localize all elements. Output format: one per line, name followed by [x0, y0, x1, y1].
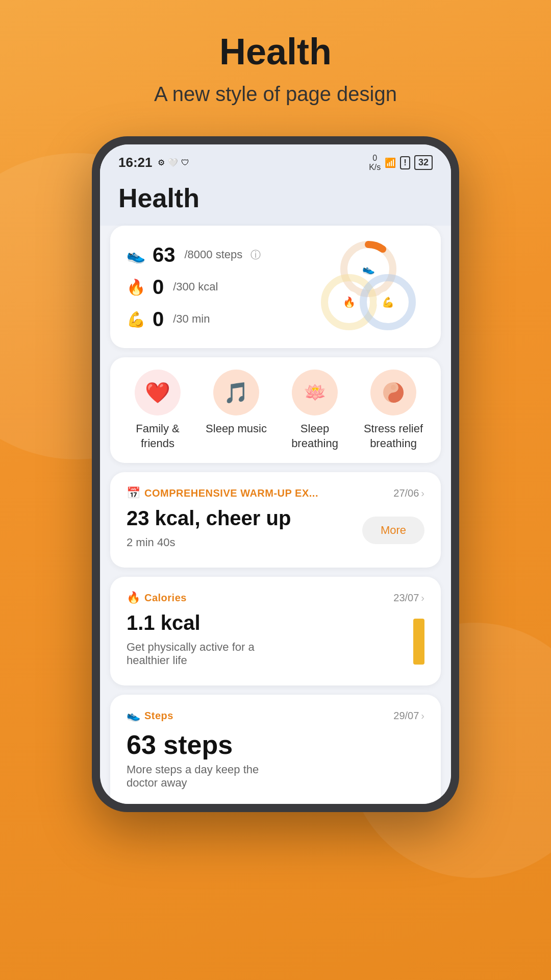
calories-tag-icon: 🔥 [127, 591, 140, 604]
calories-description: Get physically active for ahealthier lif… [127, 641, 255, 667]
family-label: Family &friends [136, 422, 180, 451]
calories-main-row: 1.1 kcal Get physically active for aheal… [127, 611, 424, 671]
status-bar: 16:21 ⚙ 🤍 🛡 0K/s 📶 ! 32 [100, 144, 451, 178]
activity-rings: 👟 🔥 💪 [312, 241, 424, 333]
battery-icon: 32 [414, 155, 433, 170]
shield-icon: 🛡 [181, 158, 189, 167]
min-icon: 💪 [127, 310, 145, 328]
steps-tag-icon: 👟 [127, 709, 140, 722]
steps-header: 👟 Steps 29/07 › [127, 709, 424, 722]
calendar-icon: 📅 [127, 486, 140, 500]
workout-tag-text: COMPREHENSIVE WARM-UP EX... [144, 487, 318, 499]
kcal-icon: 🔥 [127, 278, 145, 296]
min-stat: 💪 0 /30 min [127, 308, 312, 331]
quick-item-stress[interactable]: Stress reliefbreathing [360, 370, 427, 451]
sleep-music-icon-wrap: 🎵 [213, 370, 259, 415]
svg-text:💪: 💪 [382, 296, 394, 308]
calories-value: 1.1 kcal [127, 611, 255, 634]
min-value: 0 [153, 308, 164, 331]
family-icon: ❤️ [145, 381, 170, 405]
activity-stats: 👟 63 /8000 steps ⓘ 🔥 0 /300 kcal 💪 0 /30… [127, 243, 312, 331]
wifi-icon: 📶 [385, 157, 396, 168]
steps-chevron-icon: › [421, 710, 424, 722]
sleep-music-label: Sleep music [206, 422, 267, 436]
svg-text:🔥: 🔥 [343, 296, 356, 308]
activity-card: 👟 63 /8000 steps ⓘ 🔥 0 /300 kcal 💪 0 /30… [110, 226, 441, 348]
steps-stat: 👟 63 /8000 steps ⓘ [127, 243, 312, 266]
status-left-icons: ⚙ 🤍 🛡 [158, 158, 189, 167]
steps-description: More steps a day keep thedoctor away [127, 763, 424, 790]
svg-point-11 [391, 385, 396, 390]
steps-value: 63 [153, 243, 176, 266]
chevron-right-icon: › [421, 487, 424, 499]
quick-item-sleep-breathing[interactable]: 🪷 Sleepbreathing [282, 370, 348, 451]
phone-mockup: 16:21 ⚙ 🤍 🛡 0K/s 📶 ! 32 Health � [92, 136, 459, 812]
steps-big-value: 63 steps [127, 729, 424, 760]
calories-bar [413, 619, 424, 665]
calories-info: 1.1 kcal Get physically active for aheal… [127, 611, 255, 671]
workout-value: 23 kcal, cheer up [127, 507, 291, 530]
gear-icon: ⚙ [158, 158, 165, 167]
sleep-breathing-label: Sleepbreathing [291, 422, 338, 451]
more-button[interactable]: More [362, 517, 424, 544]
alert-icon: ! [400, 156, 410, 169]
page-title: Health [219, 31, 332, 72]
yin-yang-icon [382, 381, 405, 404]
quick-grid: ❤️ Family &friends 🎵 Sleep music 🪷 Sleep… [118, 370, 433, 451]
page-subtitle: A new style of page design [154, 83, 397, 106]
steps-section[interactable]: 👟 Steps 29/07 › 63 steps More steps a da… [110, 695, 441, 804]
workout-section[interactable]: 📅 COMPREHENSIVE WARM-UP EX... 27/06 › 23… [110, 472, 441, 568]
quick-item-sleep-music[interactable]: 🎵 Sleep music [203, 370, 269, 451]
min-label: /30 min [173, 312, 210, 326]
sleep-breathing-icon-wrap: 🪷 [292, 370, 338, 415]
stress-icon-wrap [370, 370, 416, 415]
svg-text:👟: 👟 [362, 263, 375, 275]
calories-tag: 🔥 Calories [127, 591, 187, 604]
app-header: Health [100, 178, 451, 226]
steps-info-icon: ⓘ [251, 248, 261, 262]
kcal-value: 0 [153, 276, 164, 299]
status-right-icons: 0K/s 📶 ! 32 [369, 154, 433, 172]
lotus-icon: 🪷 [304, 382, 327, 403]
svg-point-12 [391, 395, 396, 400]
calories-chevron-icon: › [421, 592, 424, 604]
network-speed-icon: 0K/s [369, 154, 381, 172]
music-icon: 🎵 [223, 381, 249, 405]
calories-tag-text: Calories [144, 592, 187, 604]
workout-date: 27/06 › [393, 487, 424, 499]
steps-tag-text: Steps [144, 710, 173, 722]
kcal-label: /300 kcal [173, 280, 218, 293]
quick-access-card: ❤️ Family &friends 🎵 Sleep music 🪷 Sleep… [110, 357, 441, 463]
workout-tag: 📅 COMPREHENSIVE WARM-UP EX... [127, 486, 318, 500]
quick-item-family[interactable]: ❤️ Family &friends [124, 370, 191, 451]
calories-bar-fill [413, 619, 424, 665]
calories-date: 23/07 › [393, 592, 424, 604]
kcal-stat: 🔥 0 /300 kcal [127, 276, 312, 299]
family-icon-wrap: ❤️ [135, 370, 181, 415]
workout-header: 📅 COMPREHENSIVE WARM-UP EX... 27/06 › [127, 486, 424, 500]
workout-info: 23 kcal, cheer up 2 min 40s [127, 507, 291, 553]
steps-tag: 👟 Steps [127, 709, 173, 722]
steps-icon: 👟 [127, 246, 145, 264]
calories-header: 🔥 Calories 23/07 › [127, 591, 424, 604]
calories-section[interactable]: 🔥 Calories 23/07 › 1.1 kcal Get physical… [110, 577, 441, 685]
heart-shield-icon: 🤍 [168, 158, 178, 167]
steps-label: /8000 steps [185, 248, 243, 261]
stress-label: Stress reliefbreathing [364, 422, 423, 451]
status-time: 16:21 [118, 155, 153, 170]
steps-date: 29/07 › [393, 710, 424, 722]
workout-main-row: 23 kcal, cheer up 2 min 40s More [127, 507, 424, 553]
app-header-title: Health [118, 183, 433, 213]
phone-screen: 16:21 ⚙ 🤍 🛡 0K/s 📶 ! 32 Health � [100, 144, 451, 804]
workout-duration: 2 min 40s [127, 536, 291, 549]
